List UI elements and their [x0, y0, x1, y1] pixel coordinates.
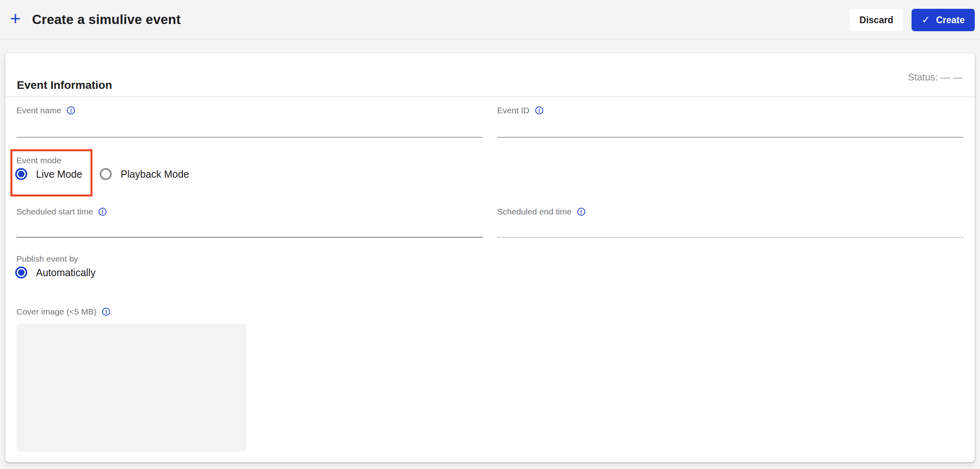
card-title: Event Information	[17, 79, 112, 92]
page-title: Create a simulive event	[32, 12, 181, 27]
scheduled-start-label-group: Scheduled start time !	[16, 207, 106, 216]
event-name-input[interactable]	[16, 119, 482, 138]
card-divider	[5, 96, 975, 97]
publish-by-radio-group: Automatically	[15, 267, 96, 279]
automatically-radio[interactable]	[15, 267, 27, 279]
cover-image-placeholder[interactable]	[16, 324, 247, 452]
automatically-radio-label[interactable]: Automatically	[36, 267, 96, 279]
event-mode-label: Event mode	[16, 156, 61, 165]
event-name-label: Event name	[16, 106, 61, 115]
top-bar: + Create a simulive event Discard ✓ Crea…	[0, 0, 980, 40]
event-id-label-group: Event ID !	[497, 106, 543, 115]
playback-mode-radio[interactable]	[100, 168, 112, 180]
page-header-group: + Create a simulive event	[10, 0, 181, 39]
check-icon: ✓	[922, 15, 930, 25]
cover-image-label-group: Cover image (<5 MB) !	[16, 307, 110, 317]
cover-image-label: Cover image (<5 MB)	[16, 307, 96, 317]
discard-button[interactable]: Discard	[850, 9, 903, 31]
scheduled-end-input	[497, 219, 963, 238]
status-text: Status: — —	[908, 72, 962, 83]
scheduled-start-input[interactable]	[16, 219, 482, 238]
info-icon[interactable]: !	[67, 106, 75, 114]
event-name-label-group: Event name !	[16, 106, 75, 115]
radio-dot	[18, 269, 24, 276]
info-icon[interactable]: !	[102, 308, 110, 316]
scheduled-end-label-group: Scheduled end time !	[497, 207, 585, 216]
create-button[interactable]: ✓ Create	[912, 9, 975, 31]
radio-dot	[18, 171, 24, 177]
create-button-label: Create	[936, 15, 965, 26]
event-id-label: Event ID	[497, 106, 530, 115]
plus-icon: +	[10, 9, 21, 28]
scheduled-start-label: Scheduled start time	[16, 207, 93, 216]
scheduled-end-label: Scheduled end time	[497, 207, 572, 216]
info-icon[interactable]: !	[577, 208, 585, 216]
event-information-card: Event Information Status: — — Event name…	[5, 53, 975, 462]
event-id-input[interactable]	[497, 119, 963, 138]
info-icon[interactable]: !	[535, 106, 543, 114]
playback-mode-radio-label[interactable]: Playback Mode	[120, 168, 189, 180]
event-mode-radio-group: Live Mode Playback Mode	[15, 168, 189, 180]
publish-by-label: Publish event by	[16, 254, 78, 264]
live-mode-radio[interactable]	[15, 168, 27, 180]
live-mode-radio-label[interactable]: Live Mode	[36, 168, 82, 180]
info-icon[interactable]: !	[98, 208, 106, 216]
